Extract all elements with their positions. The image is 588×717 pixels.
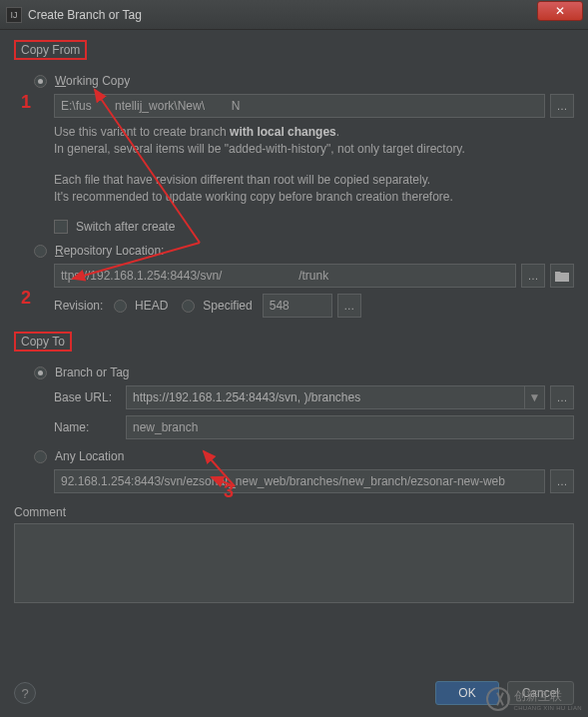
revision-number-input[interactable]	[263, 294, 332, 318]
repository-location-label: Repository Location:	[55, 244, 164, 258]
watermark-logo-icon	[486, 687, 510, 711]
base-url-combo[interactable]: https://192.168.1.254:8443/svn, )/branch…	[126, 385, 545, 409]
working-copy-path-input[interactable]	[54, 94, 545, 118]
annotation-2: 2	[21, 288, 31, 309]
revision-head-radio[interactable]	[114, 300, 127, 313]
switch-after-create-checkbox[interactable]	[54, 220, 68, 234]
base-url-label: Base URL:	[54, 390, 126, 404]
revision-browse-button[interactable]: …	[337, 294, 361, 318]
working-copy-browse-button[interactable]: …	[550, 94, 574, 118]
watermark-text-2: CHUANG XIN HU LIAN	[514, 705, 582, 711]
any-location-radio[interactable]	[34, 450, 47, 463]
working-copy-label: Working Copy	[55, 74, 130, 88]
branch-name-input[interactable]	[126, 415, 574, 439]
window-title: Create Branch or Tag	[28, 8, 142, 22]
annotation-1: 1	[21, 92, 31, 113]
base-url-browse-button[interactable]: …	[550, 385, 574, 409]
repository-url-browse-button[interactable]: …	[521, 264, 545, 288]
branch-or-tag-radio[interactable]	[34, 366, 47, 379]
close-icon: ✕	[555, 4, 565, 18]
help-button[interactable]: ?	[14, 682, 36, 704]
revision-specified-radio[interactable]	[182, 300, 195, 313]
watermark: 创新互联 CHUANG XIN HU LIAN	[486, 687, 582, 711]
switch-after-create-label: Switch after create	[76, 220, 175, 234]
repository-url-input[interactable]	[54, 264, 516, 288]
base-url-value: https://192.168.1.254:8443/svn, )/branch…	[127, 390, 524, 404]
annotation-3: 3	[224, 481, 234, 502]
repository-folder-button[interactable]	[550, 264, 574, 288]
help-icon: ?	[21, 686, 28, 701]
branch-or-tag-label: Branch or Tag	[55, 365, 130, 379]
chevron-down-icon: ▼	[524, 386, 544, 408]
comment-label: Comment	[14, 505, 66, 519]
comment-textarea[interactable]	[14, 523, 574, 603]
name-label: Name:	[54, 420, 126, 434]
title-bar: IJ Create Branch or Tag ✕	[0, 0, 588, 30]
revision-head-label: HEAD	[135, 299, 168, 313]
any-location-label: Any Location	[55, 449, 124, 463]
revision-label: Revision:	[54, 299, 114, 313]
any-location-browse-button[interactable]: …	[550, 469, 574, 493]
desc-revision-diff: Each file that have revision different t…	[54, 172, 574, 206]
watermark-text-1: 创新互联	[514, 688, 582, 705]
app-icon: IJ	[6, 7, 22, 23]
working-copy-radio[interactable]	[34, 75, 47, 88]
copy-from-group-label: Copy From	[14, 40, 87, 60]
any-location-input[interactable]	[54, 469, 545, 493]
repository-location-radio[interactable]	[34, 245, 47, 258]
window-close-button[interactable]: ✕	[537, 1, 583, 21]
folder-icon	[555, 271, 569, 282]
desc-local-changes: Use this variant to create branch with l…	[54, 124, 574, 158]
copy-to-group-label: Copy To	[14, 332, 72, 352]
revision-specified-label: Specified	[203, 299, 252, 313]
